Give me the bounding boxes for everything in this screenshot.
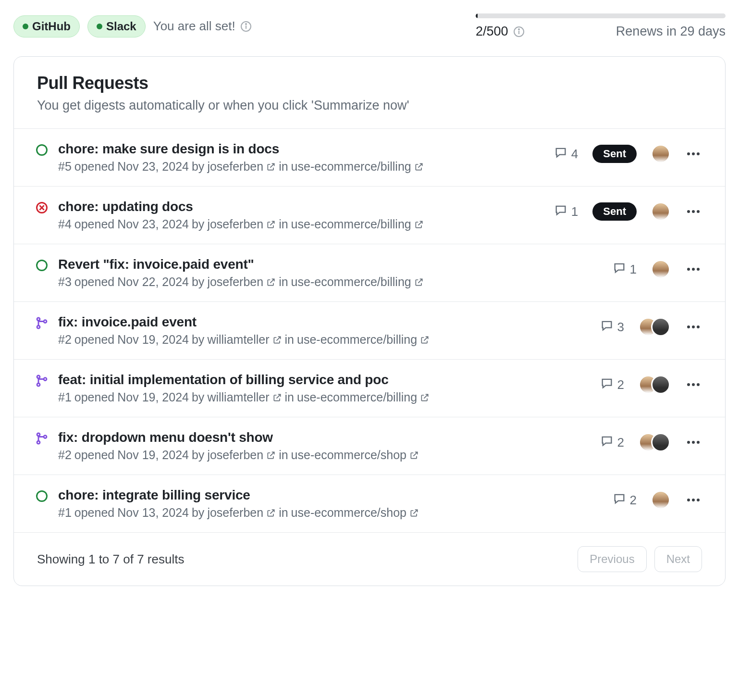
svg-point-19: [697, 268, 700, 271]
pull-requests-panel: Pull Requests You get digests automatica…: [13, 56, 726, 586]
svg-point-32: [37, 433, 40, 436]
pr-date: Nov 23, 2024: [117, 217, 189, 231]
more-actions-button[interactable]: [685, 318, 702, 336]
pr-author-link[interactable]: williamteller: [207, 390, 269, 404]
pr-title[interactable]: fix: dropdown menu doesn't show: [58, 430, 591, 445]
more-actions-button[interactable]: [685, 145, 702, 162]
pr-author-link[interactable]: williamteller: [207, 333, 269, 347]
avatar[interactable]: [651, 144, 670, 163]
integration-chip-github[interactable]: GitHub: [13, 15, 80, 38]
svg-point-15: [697, 210, 700, 213]
external-link-icon[interactable]: [266, 217, 276, 231]
more-actions-button[interactable]: [685, 203, 702, 220]
svg-point-14: [692, 210, 695, 213]
external-link-icon[interactable]: [272, 390, 282, 404]
pr-author-link[interactable]: joseferben: [207, 160, 263, 174]
pr-repo-link[interactable]: use-ecommerce/billing: [297, 390, 417, 404]
pr-row[interactable]: chore: updating docs#4 opened Nov 23, 20…: [14, 186, 725, 244]
pr-meta: #2 opened Nov 19, 2024 by joseferben in …: [58, 448, 591, 462]
avatar[interactable]: [651, 433, 670, 452]
svg-point-23: [687, 325, 690, 328]
svg-point-5: [518, 29, 519, 30]
pr-author-link[interactable]: joseferben: [207, 506, 263, 520]
pr-row[interactable]: chore: make sure design is in docs#5 ope…: [14, 128, 725, 186]
avatar[interactable]: [651, 202, 670, 221]
external-link-icon[interactable]: [266, 448, 276, 462]
pr-repo-link[interactable]: use-ecommerce/billing: [297, 333, 417, 347]
more-actions-button[interactable]: [685, 376, 702, 393]
external-link-icon[interactable]: [409, 506, 419, 520]
avatar[interactable]: [651, 317, 670, 337]
comments-count[interactable]: 1: [554, 203, 578, 220]
pr-author-link[interactable]: joseferben: [207, 217, 263, 231]
pr-row[interactable]: feat: initial implementation of billing …: [14, 359, 725, 417]
pr-repo-link[interactable]: use-ecommerce/shop: [291, 506, 406, 520]
avatar-stack[interactable]: [651, 202, 670, 221]
pr-title[interactable]: chore: integrate billing service: [58, 488, 604, 503]
comments-count[interactable]: 1: [613, 261, 637, 278]
more-actions-button[interactable]: [685, 491, 702, 509]
pr-repo-link[interactable]: use-ecommerce/billing: [291, 160, 411, 174]
external-link-icon[interactable]: [420, 390, 430, 404]
integration-chip-slack[interactable]: Slack: [87, 15, 146, 38]
external-link-icon[interactable]: [414, 217, 424, 231]
comments-count[interactable]: 2: [600, 434, 624, 451]
pr-row[interactable]: fix: dropdown menu doesn't show#2 opened…: [14, 417, 725, 475]
pr-repo-link[interactable]: use-ecommerce/billing: [291, 217, 411, 231]
avatar-stack[interactable]: [639, 317, 670, 337]
avatar-stack[interactable]: [639, 375, 670, 394]
pr-title[interactable]: feat: initial implementation of billing …: [58, 372, 591, 388]
pr-number: #2: [58, 333, 72, 347]
pr-repo-link[interactable]: use-ecommerce/shop: [291, 448, 406, 462]
avatar[interactable]: [651, 490, 670, 510]
avatar-stack[interactable]: [639, 433, 670, 452]
external-link-icon[interactable]: [420, 333, 430, 347]
pr-author-link[interactable]: joseferben: [207, 275, 263, 289]
pr-title[interactable]: Revert "fix: invoice.paid event": [58, 257, 604, 272]
pr-author-link[interactable]: joseferben: [207, 448, 263, 462]
external-link-icon[interactable]: [266, 506, 276, 520]
external-link-icon[interactable]: [272, 333, 282, 347]
pr-repo-link[interactable]: use-ecommerce/billing: [291, 275, 411, 289]
svg-point-31: [697, 383, 700, 386]
comments-count[interactable]: 4: [554, 146, 578, 162]
next-button[interactable]: Next: [654, 546, 702, 572]
pr-body: fix: invoice.paid event#2 opened Nov 19,…: [58, 314, 591, 347]
previous-button[interactable]: Previous: [578, 546, 646, 572]
pr-title[interactable]: chore: make sure design is in docs: [58, 141, 545, 157]
pr-open-icon: [34, 257, 49, 272]
comments-count[interactable]: 3: [600, 319, 624, 336]
pr-date: Nov 22, 2024: [117, 275, 189, 289]
pr-row[interactable]: fix: invoice.paid event#2 opened Nov 19,…: [14, 301, 725, 359]
usage-count: 2/500: [476, 24, 508, 39]
info-icon[interactable]: [513, 26, 525, 38]
avatar[interactable]: [651, 375, 670, 394]
external-link-icon[interactable]: [266, 160, 276, 174]
status-dot-icon: [97, 24, 102, 29]
more-actions-button[interactable]: [685, 434, 702, 451]
external-link-icon[interactable]: [414, 160, 424, 174]
info-icon[interactable]: [240, 21, 252, 32]
comments-count[interactable]: 2: [613, 492, 637, 509]
comments-count[interactable]: 2: [600, 376, 624, 393]
svg-point-28: [44, 378, 47, 381]
avatar-stack[interactable]: [651, 490, 670, 510]
panel-title: Pull Requests: [37, 73, 702, 93]
pr-meta: #1 opened Nov 13, 2024 by joseferben in …: [58, 506, 604, 520]
pr-title[interactable]: chore: updating docs: [58, 199, 545, 214]
more-actions-button[interactable]: [685, 261, 702, 278]
pr-row[interactable]: Revert "fix: invoice.paid event"#3 opene…: [14, 244, 725, 301]
external-link-icon[interactable]: [414, 275, 424, 289]
external-link-icon[interactable]: [409, 448, 419, 462]
avatar-stack[interactable]: [651, 144, 670, 163]
pr-date: Nov 23, 2024: [117, 160, 189, 174]
avatar-stack[interactable]: [651, 260, 670, 279]
top-bar: GitHub Slack You are all set! 2/500 Rene…: [13, 13, 726, 39]
svg-point-40: [692, 499, 695, 501]
pr-row[interactable]: chore: integrate billing service#1 opene…: [14, 475, 725, 532]
comment-icon: [613, 261, 626, 278]
avatar[interactable]: [651, 260, 670, 279]
svg-point-2: [246, 24, 246, 25]
pr-title[interactable]: fix: invoice.paid event: [58, 314, 591, 330]
external-link-icon[interactable]: [266, 275, 276, 289]
